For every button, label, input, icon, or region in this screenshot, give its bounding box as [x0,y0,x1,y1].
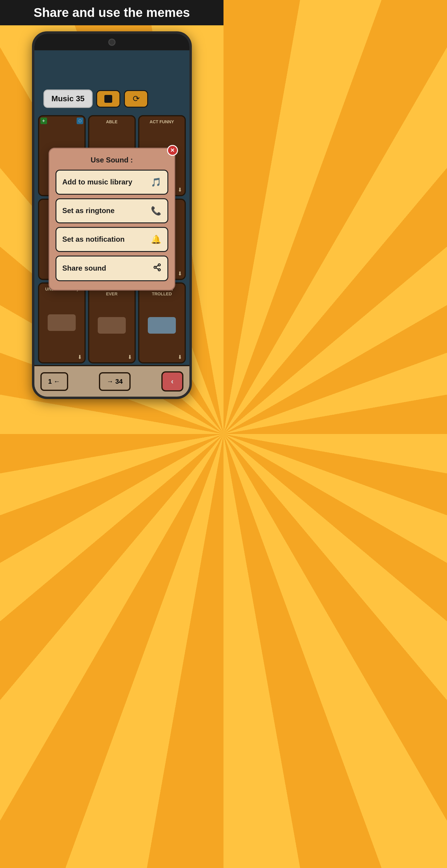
modal-overlay: ✕ Use Sound : Add to music library 🎵 Set… [34,50,189,397]
set-as-ringtone-button[interactable]: Set as ringtone 📞 [56,198,168,223]
header-bar: Share and use the memes [0,0,224,25]
phone-screen: Music 35 ⟳ + ⬡ Zevodile ⬇ [34,50,189,397]
phone-container: Music 35 ⟳ + ⬡ Zevodile ⬇ [0,25,224,399]
set-as-ringtone-label: Set as ringtone [62,207,115,215]
page-title: Share and use the memes [33,5,190,20]
notification-icon: 🔔 [151,235,161,244]
modal-title: Use Sound : [56,156,168,164]
ringtone-icon: 📞 [151,206,161,216]
music-library-icon: 🎵 [151,177,161,187]
add-to-music-library-button[interactable]: Add to music library 🎵 [56,170,168,195]
share-sound-label: Share sound [62,264,106,273]
phone-topbar [34,34,189,50]
add-to-music-library-label: Add to music library [62,178,132,186]
phone-device: Music 35 ⟳ + ⬡ Zevodile ⬇ [32,31,192,399]
phone-camera [108,38,116,46]
use-sound-modal: ✕ Use Sound : Add to music library 🎵 Set… [49,148,175,290]
share-icon [153,263,161,274]
svg-line-4 [156,265,158,267]
close-icon: ✕ [170,147,175,154]
modal-close-button[interactable]: ✕ [167,145,178,156]
set-as-notification-label: Set as notification [62,235,125,244]
svg-line-3 [156,268,158,269]
share-sound-button[interactable]: Share sound [56,255,168,281]
set-as-notification-button[interactable]: Set as notification 🔔 [56,227,168,252]
